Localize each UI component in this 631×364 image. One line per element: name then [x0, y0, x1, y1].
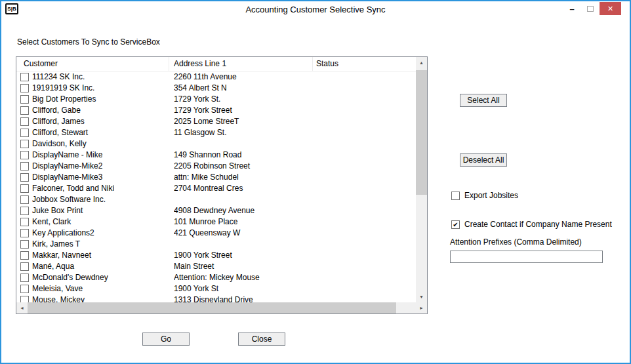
row-checkbox[interactable] [20, 162, 29, 171]
table-row[interactable]: Davidson, Kelly [16, 138, 416, 150]
table-row[interactable]: Clifford, James 2025 Lome StreeT [16, 116, 416, 127]
title-bar[interactable]: S|B Accounting Customer Selective Sync –… [1, 1, 630, 17]
scroll-left-icon[interactable]: ◄ [16, 302, 28, 313]
address-cell: 149 Shannon Road [174, 150, 312, 161]
customer-cell: Clifford, Stewart [32, 127, 167, 138]
go-button[interactable]: Go [142, 333, 190, 346]
address-cell: 101 Munroe Place [174, 216, 312, 228]
customer-cell: Jobbox Software Inc. [32, 194, 167, 205]
row-checkbox[interactable] [20, 207, 29, 215]
customer-cell: Clifford, James [32, 116, 167, 127]
instruction-label: Select Customers To Sync to ServiceBox [17, 37, 160, 47]
customer-cell: Mouse, Mickey [32, 294, 167, 302]
minimize-icon: – [569, 4, 574, 14]
vertical-scrollbar[interactable]: ▲ ▼ [416, 57, 427, 302]
row-checkbox[interactable] [20, 296, 29, 302]
table-row[interactable]: Mouse, Mickey 1313 Disneyland Drive [16, 294, 416, 302]
vertical-scrollbar-thumb[interactable] [416, 70, 427, 195]
table-row[interactable]: Clifford, Stewart 11 Glasgow St. [16, 127, 416, 138]
address-cell: attn: Mike Schudel [174, 172, 312, 183]
table-row[interactable]: 19191919 SK Inc. 354 Albert St N [16, 83, 416, 94]
column-header-address[interactable]: Address Line 1 [169, 57, 313, 71]
column-header-status[interactable]: Status [313, 57, 417, 71]
export-jobsites-checkbox[interactable] [451, 192, 460, 200]
row-checkbox[interactable] [20, 73, 29, 81]
address-cell: 1900 York St [174, 283, 312, 294]
row-checkbox[interactable] [20, 195, 29, 204]
customer-list: Customer Address Line 1 Status 111234 SK… [16, 56, 428, 314]
select-all-button[interactable]: Select All [460, 94, 507, 107]
table-row[interactable]: 111234 SK Inc. 2260 11th Avenue [16, 71, 416, 83]
customer-cell: Meleisia, Vave [32, 283, 167, 294]
deselect-all-button[interactable]: Deselect All [460, 153, 507, 167]
customer-cell: Juke Box Print [32, 205, 167, 216]
address-cell: 1729 York St. [174, 94, 312, 105]
attention-prefixes-input[interactable] [450, 251, 603, 263]
table-row[interactable]: Meleisia, Vave 1900 York St [16, 283, 416, 294]
row-checkbox[interactable] [20, 262, 29, 271]
customer-list-rows: 111234 SK Inc. 2260 11th Avenue 19191919… [16, 71, 416, 302]
row-checkbox[interactable] [20, 106, 29, 115]
row-checkbox[interactable] [20, 140, 29, 148]
table-row[interactable]: Kirk, James T [16, 239, 416, 250]
minimize-button[interactable]: – [563, 2, 581, 15]
row-checkbox[interactable] [20, 151, 29, 159]
maximize-icon [587, 6, 594, 12]
row-checkbox[interactable] [20, 229, 29, 237]
table-row[interactable]: Mané, Aqua Main Street [16, 261, 416, 272]
row-checkbox[interactable] [20, 273, 29, 282]
window-title: Accounting Customer Selective Sync [80, 5, 551, 14]
create-contact-option[interactable]: ✔ Create Contact if Company Name Present [451, 220, 612, 229]
address-cell: 2704 Montreal Cres [174, 183, 312, 194]
maximize-button[interactable] [581, 2, 600, 15]
app-logo-icon[interactable]: S|B [5, 3, 18, 14]
create-contact-checkbox[interactable]: ✔ [451, 220, 460, 229]
table-row[interactable]: Jobbox Software Inc. [16, 194, 416, 205]
row-checkbox[interactable] [20, 129, 29, 137]
scroll-up-icon[interactable]: ▲ [416, 57, 427, 68]
scroll-right-icon[interactable]: ► [416, 302, 427, 313]
horizontal-scrollbar[interactable]: ◄ ► [16, 302, 427, 313]
address-cell: 1900 York Street [174, 250, 312, 261]
row-checkbox[interactable] [20, 184, 29, 193]
customer-cell: 111234 SK Inc. [32, 71, 167, 83]
address-cell: 2025 Lome StreeT [174, 116, 312, 127]
column-header-customer[interactable]: Customer [16, 57, 169, 71]
table-row[interactable]: Makkar, Navneet 1900 York Street [16, 250, 416, 261]
table-row[interactable]: McDonald's Dewdney Attention: Mickey Mou… [16, 272, 416, 283]
row-checkbox[interactable] [20, 84, 29, 92]
caption-buttons: – ✕ [563, 2, 621, 15]
row-checkbox[interactable] [20, 285, 29, 293]
row-checkbox[interactable] [20, 173, 29, 182]
table-row[interactable]: Kent, Clark 101 Munroe Place [16, 216, 416, 228]
address-cell: 1729 York Street [174, 105, 312, 116]
table-row[interactable]: DisplayName - Mike 149 Shannon Road [16, 150, 416, 161]
table-row[interactable]: Falconer, Todd and Niki 2704 Montreal Cr… [16, 183, 416, 194]
row-checkbox[interactable] [20, 95, 29, 104]
row-checkbox[interactable] [20, 240, 29, 249]
row-checkbox[interactable] [20, 218, 29, 226]
customer-cell: Makkar, Navneet [32, 250, 167, 261]
row-checkbox[interactable] [20, 251, 29, 260]
table-row[interactable]: Clifford, Gabe 1729 York Street [16, 105, 416, 116]
table-row[interactable]: Big Dot Properties 1729 York St. [16, 94, 416, 105]
close-dialog-button[interactable]: Close [238, 333, 285, 346]
address-cell: 2205 Robinson Street [174, 161, 312, 172]
customer-cell: 19191919 SK Inc. [32, 83, 167, 94]
list-header: Customer Address Line 1 Status [16, 57, 416, 71]
customer-cell: Falconer, Todd and Niki [32, 183, 167, 194]
table-row[interactable]: Juke Box Print 4908 Dewdney Avenue [16, 205, 416, 216]
export-jobsites-option[interactable]: Export Jobsites [451, 191, 518, 200]
horizontal-scrollbar-thumb[interactable] [28, 302, 396, 313]
table-row[interactable]: DisplayName-Mike2 2205 Robinson Street [16, 161, 416, 172]
table-row[interactable]: Key Applications2 421 Queensway W [16, 228, 416, 239]
close-icon: ✕ [607, 5, 613, 13]
create-contact-label: Create Contact if Company Name Present [464, 220, 612, 229]
close-button[interactable]: ✕ [600, 2, 621, 15]
address-cell: 11 Glasgow St. [174, 127, 312, 138]
customer-cell: Clifford, Gabe [32, 105, 167, 116]
row-checkbox[interactable] [20, 117, 29, 126]
scroll-down-icon[interactable]: ▼ [416, 291, 427, 302]
table-row[interactable]: DisplayName-Mike3 attn: Mike Schudel [16, 172, 416, 183]
address-cell: 1313 Disneyland Drive [174, 294, 312, 302]
